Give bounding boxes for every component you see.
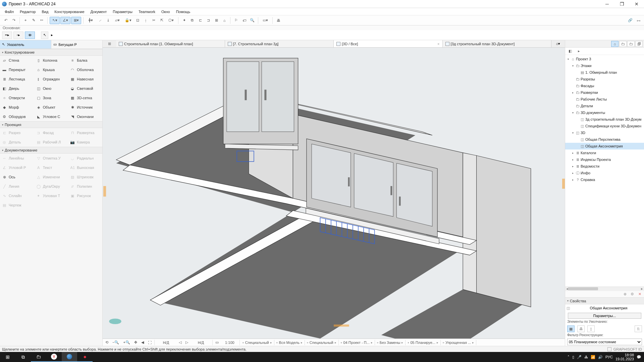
section-header-projection[interactable]: Проекция bbox=[0, 121, 102, 128]
tool-spline[interactable]: ∿Сплайн bbox=[0, 191, 34, 200]
expand-icon[interactable]: ▸ bbox=[571, 152, 575, 155]
offset-icon[interactable]: ⧉ bbox=[189, 17, 196, 24]
section-header-document[interactable]: Документирование bbox=[0, 147, 102, 154]
adjust-icon[interactable]: ⇱ bbox=[158, 17, 165, 24]
tray-clock[interactable]: 18:08 19.01.2023 bbox=[615, 353, 634, 361]
tool-equipment[interactable]: ⚙Оборудов bbox=[0, 112, 34, 121]
nav-node[interactable]: ▾🗀3D-документы bbox=[565, 109, 644, 116]
tray-volume-icon[interactable]: 🔊 bbox=[598, 355, 603, 359]
view-tab[interactable]: [3D / Все]× bbox=[334, 40, 443, 47]
menu-view[interactable]: Вид bbox=[39, 9, 51, 15]
archicad-task-icon[interactable] bbox=[62, 352, 77, 362]
tray-battery-icon[interactable]: ▯ bbox=[572, 355, 574, 359]
tab-close-icon[interactable]: × bbox=[437, 42, 439, 46]
inject-icon[interactable]: ✏ bbox=[38, 17, 45, 24]
id-icon[interactable]: 🏷 bbox=[240, 17, 248, 24]
nav-back-icon[interactable]: ◁ bbox=[177, 340, 183, 346]
tool-slab[interactable]: ▬Перекрыт bbox=[0, 65, 34, 74]
gravity-icon[interactable]: ⤓ bbox=[104, 17, 112, 24]
nav-node[interactable]: ▾🗀Этажи bbox=[565, 62, 644, 69]
expand-icon[interactable]: ▾ bbox=[567, 58, 570, 61]
nav-new-icon[interactable]: ⊕ bbox=[622, 292, 628, 297]
navigator-hscrollbar[interactable]: ◂ ▸ bbox=[565, 287, 644, 291]
tool-zone[interactable]: ▢Зона bbox=[34, 93, 68, 103]
yandex-icon[interactable]: Y bbox=[46, 352, 62, 362]
nav-fwd-icon[interactable]: ▷ bbox=[184, 340, 190, 346]
dropper-icon[interactable]: ✎ bbox=[30, 17, 37, 24]
pan-icon[interactable]: ✥ bbox=[133, 340, 139, 346]
status-partial-icon[interactable]: ▫Специальный bbox=[306, 340, 338, 346]
nav-node[interactable]: ▾◫3D bbox=[565, 129, 644, 136]
nav-settings-icon[interactable]: ⚙ bbox=[629, 292, 635, 297]
renovation-filter-select[interactable]: 05 Планируемое состояние bbox=[567, 339, 642, 345]
menu-document[interactable]: Документ bbox=[88, 9, 110, 15]
section-header-design[interactable]: Конструирование bbox=[0, 49, 102, 56]
tool-grid[interactable]: ⊕Ось bbox=[0, 172, 34, 182]
nav-node[interactable]: ▸≣Каталоги bbox=[565, 149, 644, 156]
tool-label[interactable]: A1Выносная bbox=[68, 163, 102, 172]
nav-view-map-icon[interactable]: 🗀 bbox=[619, 41, 627, 47]
expand-icon[interactable]: ▸ bbox=[571, 158, 575, 161]
tool-text[interactable]: AТекст bbox=[34, 163, 68, 172]
snap-guide-icon[interactable]: ∠▾ bbox=[60, 17, 70, 24]
tool-polyline[interactable]: ⫻Полилин bbox=[68, 182, 102, 191]
expand-icon[interactable]: ▸ bbox=[571, 178, 575, 181]
start-button[interactable]: ⊞ bbox=[0, 352, 15, 362]
cursor-arrow-icon[interactable]: ▸ bbox=[50, 32, 54, 39]
tab-grid-icon[interactable]: ⊞ bbox=[103, 40, 116, 47]
nav-node[interactable]: 🗀Фасады bbox=[565, 82, 644, 89]
align-icon[interactable]: ⊏ bbox=[197, 17, 204, 24]
tray-notifications-icon[interactable]: 💬 bbox=[637, 355, 641, 359]
tool-figure[interactable]: ▣Рисунок bbox=[68, 191, 102, 200]
tool-raddim[interactable]: ◡Радиальн bbox=[68, 154, 102, 163]
default-column-icon[interactable]: ▯ bbox=[587, 325, 595, 332]
tool-opening[interactable]: ○Отверсти bbox=[0, 93, 34, 103]
status-3dstyle-icon[interactable]: ▫Упрощенная ... bbox=[441, 340, 475, 346]
tool-door[interactable]: ◧Дверь bbox=[0, 84, 34, 93]
mode-3d-icon[interactable]: 👁 bbox=[25, 32, 35, 39]
tool-skylight[interactable]: ◒Световой bbox=[68, 84, 102, 93]
menu-design[interactable]: Конструирование bbox=[52, 9, 87, 15]
scroll-thumb[interactable] bbox=[568, 287, 598, 290]
parameters-button[interactable]: Параметры... bbox=[568, 313, 641, 319]
marquee-tool[interactable]: ▭ Бегущая Р bbox=[51, 40, 103, 49]
tool-lamp[interactable]: ✱Источник bbox=[68, 103, 102, 112]
marquee-opt-icon[interactable]: ▭▾ bbox=[260, 17, 270, 24]
unlink-icon[interactable]: ⧟ bbox=[635, 17, 642, 24]
nav-node[interactable]: ▸≣Ведомости bbox=[565, 163, 644, 170]
tray-net-icon[interactable]: 🖧 bbox=[584, 355, 588, 359]
zoom-value-2[interactable]: Н/Д bbox=[191, 340, 211, 346]
pointer-tool[interactable]: ↖ Указатель bbox=[0, 40, 51, 49]
tool-corner[interactable]: ◣Угловое С bbox=[34, 112, 68, 121]
zoom-out-icon[interactable]: −🔍 bbox=[111, 340, 120, 346]
find-icon[interactable]: 🔍 bbox=[249, 17, 256, 24]
mode-section-icon[interactable]: ▫▸ bbox=[13, 32, 23, 39]
expand-icon[interactable]: ▸ bbox=[571, 172, 575, 175]
multiply-icon[interactable]: ⊞ bbox=[213, 17, 220, 24]
nav-project-map-icon[interactable]: ⌂ bbox=[611, 41, 619, 47]
tray-chevron-icon[interactable]: ˄ bbox=[568, 355, 570, 359]
default-apply-icon[interactable]: ⎘ bbox=[635, 325, 642, 332]
tool-line[interactable]: ╱Линия bbox=[0, 182, 34, 191]
tool-column[interactable]: ▯Колонна bbox=[34, 56, 68, 65]
minimize-button[interactable]: ─ bbox=[600, 0, 614, 8]
solid-op-icon[interactable]: ⬡▾ bbox=[166, 17, 176, 24]
tab-home-icon[interactable]: ⌂▾ bbox=[551, 40, 565, 47]
home-icon[interactable]: ⌂ bbox=[221, 17, 228, 24]
tool-change[interactable]: △Изменени bbox=[34, 172, 68, 182]
tray-lang[interactable]: РУС bbox=[605, 355, 613, 359]
menu-options[interactable]: Параметры bbox=[110, 9, 135, 15]
orbit-icon[interactable]: ⟲ bbox=[104, 340, 110, 346]
scale-value[interactable]: 1:100 bbox=[221, 340, 238, 346]
nav-node[interactable]: 🗀Детали bbox=[565, 103, 644, 109]
distribute-icon[interactable]: ⊐ bbox=[205, 17, 212, 24]
pick-icon[interactable]: ⌖ bbox=[22, 17, 29, 24]
zoom-value-1[interactable]: Н/Д bbox=[156, 340, 176, 346]
brand-label[interactable]: GRAPHISOFT ID bbox=[613, 347, 642, 351]
surface-snap-icon[interactable]: ▱▾ bbox=[112, 17, 122, 24]
nav-node[interactable]: ▸≣Индексы Проекта bbox=[565, 156, 644, 163]
tool-camera[interactable]: 📷Камера bbox=[68, 137, 102, 147]
scroll-right-icon[interactable]: ▸ bbox=[640, 287, 644, 291]
lock-icon[interactable]: 🔒▾ bbox=[123, 17, 133, 24]
tool-railing[interactable]: ⫿Огражден bbox=[34, 74, 68, 84]
